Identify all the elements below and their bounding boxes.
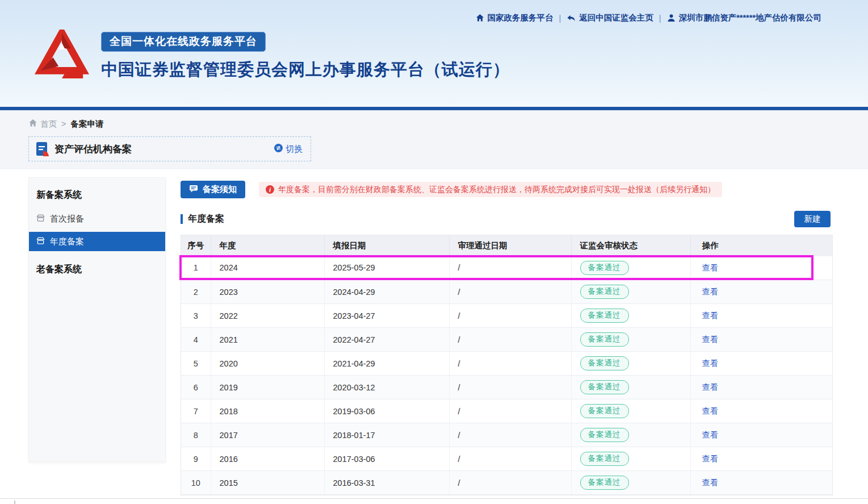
cell-status: 备案通过 bbox=[571, 376, 690, 399]
view-link[interactable]: 查看 bbox=[702, 287, 719, 296]
view-link[interactable]: 查看 bbox=[702, 263, 719, 272]
section-accent-bar bbox=[181, 214, 183, 224]
cell-status: 备案通过 bbox=[571, 256, 690, 280]
topbar-separator: | bbox=[559, 14, 561, 23]
sidebar-item-first-filing[interactable]: 首次报备 bbox=[29, 209, 165, 228]
brand-area: 全国一体化在线政务服务平台 中国证券监督管理委员会网上办事服务平台（试运行） bbox=[34, 30, 510, 81]
cell-approved-date: / bbox=[449, 352, 571, 376]
cell-action: 查看 bbox=[690, 328, 832, 352]
breadcrumb-current: 备案申请 bbox=[70, 119, 103, 130]
cell-seq: 2 bbox=[181, 280, 211, 304]
cell-seq: 1 bbox=[181, 256, 211, 280]
page-header: 国家政务服务平台 | 返回中国证监会主页 | 深圳市鹏信资产******地产估价… bbox=[0, 0, 868, 107]
breadcrumb-home[interactable]: 首页 bbox=[28, 119, 57, 130]
cell-year: 2020 bbox=[211, 352, 324, 376]
cell-action: 查看 bbox=[690, 304, 832, 328]
table-header-row: 序号 年度 填报日期 审理通过日期 证监会审核状态 操作 bbox=[181, 235, 832, 256]
cell-approved-date: / bbox=[449, 304, 571, 328]
user-icon bbox=[667, 14, 676, 22]
topbar-link-company[interactable]: 深圳市鹏信资产******地产估价有限公司 bbox=[667, 13, 821, 23]
archive-box-icon bbox=[36, 214, 45, 224]
table-row: 4 2021 2022-04-27 / 备案通过 查看 bbox=[181, 328, 832, 352]
cell-year: 2021 bbox=[211, 328, 324, 352]
view-link[interactable]: 查看 bbox=[702, 478, 719, 487]
content-area: 新备案系统 首次报备 年度备案 老备案系统 备案须知 i 年度备案，目前需分别在… bbox=[0, 169, 868, 504]
cell-action: 查看 bbox=[690, 399, 832, 423]
status-badge: 备案通过 bbox=[580, 285, 629, 299]
home-icon bbox=[28, 119, 37, 129]
view-link[interactable]: 查看 bbox=[702, 311, 719, 320]
topbar-link-gov-platform[interactable]: 国家政务服务平台 bbox=[476, 13, 553, 23]
back-icon bbox=[567, 14, 576, 22]
cell-status: 备案通过 bbox=[571, 352, 690, 376]
service-title: 资产评估机构备案 bbox=[54, 143, 274, 156]
topbar-link-label: 返回中国证监会主页 bbox=[579, 13, 653, 23]
col-header-approved: 审理通过日期 bbox=[449, 235, 571, 256]
sidebar-item-annual-filing[interactable]: 年度备案 bbox=[29, 232, 165, 251]
cell-action: 查看 bbox=[690, 280, 832, 304]
status-badge: 备案通过 bbox=[580, 404, 629, 418]
service-card: 资产评估机构备案 切换 bbox=[28, 136, 311, 161]
cell-year: 2015 bbox=[211, 471, 324, 495]
annual-filing-table: 序号 年度 填报日期 审理通过日期 证监会审核状态 操作 1 2024 2025… bbox=[181, 235, 833, 495]
cell-filed-date: 2025-05-29 bbox=[324, 256, 449, 280]
sidebar-item-label: 首次报备 bbox=[50, 214, 84, 224]
topbar-link-back-csrc[interactable]: 返回中国证监会主页 bbox=[567, 13, 653, 23]
main-panel: 备案须知 i 年度备案，目前需分别在财政部备案系统、证监会备案系统进行报送，待两… bbox=[181, 169, 833, 504]
cell-status: 备案通过 bbox=[571, 328, 690, 352]
view-link[interactable]: 查看 bbox=[702, 335, 719, 344]
cell-filed-date: 2020-03-12 bbox=[324, 376, 449, 399]
cell-seq: 5 bbox=[181, 352, 211, 376]
csrc-logo-icon bbox=[34, 30, 90, 81]
scrollbar-tick bbox=[14, 501, 15, 504]
new-record-button[interactable]: 新建 bbox=[794, 211, 831, 227]
cell-year: 2018 bbox=[211, 399, 324, 423]
switch-label: 切换 bbox=[286, 144, 303, 155]
status-badge: 备案通过 bbox=[580, 309, 629, 323]
page-bottom-divider bbox=[0, 498, 868, 499]
status-badge: 备案通过 bbox=[580, 332, 629, 347]
cell-status: 备案通过 bbox=[571, 280, 690, 304]
status-badge: 备案通过 bbox=[580, 428, 629, 442]
status-badge: 备案通过 bbox=[580, 380, 629, 394]
message-icon bbox=[189, 185, 198, 194]
cell-approved-date: / bbox=[449, 328, 571, 352]
breadcrumb-separator: > bbox=[61, 119, 66, 128]
breadcrumb-section: 首页 > 备案申请 资产评估机构备案 切换 bbox=[0, 110, 868, 169]
topbar-separator: | bbox=[659, 14, 661, 23]
table-row: 8 2017 2018-01-17 / 备案通过 查看 bbox=[181, 423, 832, 447]
sidebar-section-new: 新备案系统 bbox=[29, 178, 165, 209]
sidebar: 新备案系统 首次报备 年度备案 老备案系统 bbox=[28, 177, 166, 462]
view-link[interactable]: 查看 bbox=[702, 454, 719, 463]
table-row: 9 2016 2017-03-06 / 备案通过 查看 bbox=[181, 447, 832, 471]
cell-filed-date: 2022-04-27 bbox=[324, 328, 449, 352]
switch-icon bbox=[274, 144, 283, 154]
view-link[interactable]: 查看 bbox=[702, 382, 719, 391]
view-link[interactable]: 查看 bbox=[702, 430, 719, 439]
view-link[interactable]: 查看 bbox=[702, 359, 719, 368]
section-header: 年度备案 新建 bbox=[181, 211, 833, 227]
view-link[interactable]: 查看 bbox=[702, 406, 719, 415]
cell-status: 备案通过 bbox=[571, 423, 690, 447]
cell-year: 2024 bbox=[211, 256, 324, 280]
col-header-filed: 填报日期 bbox=[324, 235, 449, 256]
filing-notice-button[interactable]: 备案须知 bbox=[181, 181, 245, 198]
cell-seq: 3 bbox=[181, 304, 211, 328]
site-title: 中国证券监督管理委员会网上办事服务平台（试运行） bbox=[101, 59, 510, 81]
notice-banner: i 年度备案，目前需分别在财政部备案系统、证监会备案系统进行报送，待两系统完成对… bbox=[259, 182, 722, 197]
cell-seq: 7 bbox=[181, 399, 211, 423]
cell-seq: 9 bbox=[181, 447, 211, 471]
table-row: 7 2018 2019-03-06 / 备案通过 查看 bbox=[181, 399, 832, 423]
sidebar-item-label: 年度备案 bbox=[50, 236, 84, 247]
switch-button[interactable]: 切换 bbox=[274, 144, 303, 155]
cell-approved-date: / bbox=[449, 376, 571, 399]
table-row: 3 2022 2023-04-27 / 备案通过 查看 bbox=[181, 304, 832, 328]
breadcrumb: 首页 > 备案申请 bbox=[28, 118, 868, 130]
cell-approved-date: / bbox=[449, 256, 571, 280]
table-row: 10 2015 2016-03-31 / 备案通过 查看 bbox=[181, 471, 832, 495]
cell-seq: 8 bbox=[181, 423, 211, 447]
table-row: 6 2019 2020-03-12 / 备案通过 查看 bbox=[181, 376, 832, 399]
cell-approved-date: / bbox=[449, 399, 571, 423]
cell-year: 2016 bbox=[211, 447, 324, 471]
topbar-link-label: 深圳市鹏信资产******地产估价有限公司 bbox=[679, 13, 821, 23]
